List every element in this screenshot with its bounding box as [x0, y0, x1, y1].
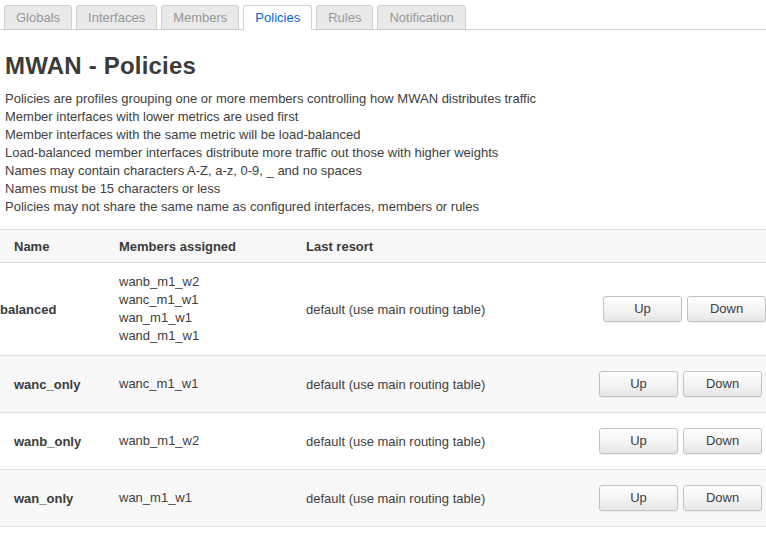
- member-entry: wan_m1_w1: [119, 489, 306, 507]
- member-entry: wand_m1_w1: [119, 327, 306, 345]
- tab-policies[interactable]: Policies: [243, 5, 312, 30]
- policy-members: wan_m1_w1: [119, 470, 306, 527]
- up-button[interactable]: Up: [599, 428, 678, 454]
- page-description: Policies are profiles grouping one or mo…: [5, 90, 766, 216]
- column-header-last-resort: Last resort: [306, 230, 584, 263]
- policy-last-resort: default (use main routing table): [306, 470, 584, 527]
- policy-name: wan_only: [0, 470, 119, 527]
- table-row-wanc-only: wanc_only wanc_m1_w1 default (use main r…: [0, 356, 766, 413]
- policy-name: wanc_only: [0, 356, 119, 413]
- table-header-row: Name Members assigned Last resort: [0, 230, 766, 263]
- column-header-members: Members assigned: [119, 230, 306, 263]
- tab-interfaces[interactable]: Interfaces: [76, 5, 157, 30]
- page-title: MWAN - Policies: [5, 52, 766, 80]
- tab-rules[interactable]: Rules: [316, 5, 373, 30]
- tab-members[interactable]: Members: [161, 5, 239, 30]
- policy-members: wanb_m1_w2: [119, 413, 306, 470]
- description-line: Load-balanced member interfaces distribu…: [5, 144, 766, 162]
- policy-members: wand_m1_w1: [119, 527, 306, 533]
- up-button[interactable]: Up: [599, 371, 678, 397]
- policy-last-resort: default (use main routing table): [306, 356, 584, 413]
- column-header-name: Name: [0, 230, 119, 263]
- down-button[interactable]: Down: [683, 371, 762, 397]
- policy-members: wanb_m1_w2 wanc_m1_w1 wan_m1_w1 wand_m1_…: [119, 263, 306, 356]
- member-entry: wanb_m1_w2: [119, 273, 306, 291]
- policy-last-resort: default (use main routing table): [306, 413, 584, 470]
- up-button[interactable]: Up: [599, 485, 678, 511]
- table-row-wand-only: wand_only wand_m1_w1 default (use main r…: [0, 527, 766, 533]
- tab-bar: Globals Interfaces Members Policies Rule…: [0, 0, 766, 30]
- down-button[interactable]: Down: [687, 296, 766, 322]
- member-entry: wanc_m1_w1: [119, 291, 306, 309]
- description-line: Names may contain characters A-Z, a-z, 0…: [5, 162, 766, 180]
- description-line: Policies may not share the same name as …: [5, 198, 766, 216]
- description-line: Member interfaces with the same metric w…: [5, 126, 766, 144]
- policy-members: wanc_m1_w1: [119, 356, 306, 413]
- member-entry: wanb_m1_w2: [119, 432, 306, 450]
- policy-name: wand_only: [0, 527, 119, 533]
- down-button[interactable]: Down: [683, 428, 762, 454]
- policy-last-resort: default (use main routing table): [306, 263, 584, 356]
- tab-notification[interactable]: Notification: [377, 5, 465, 30]
- description-line: Names must be 15 characters or less: [5, 180, 766, 198]
- policies-table: Name Members assigned Last resort balanc…: [0, 229, 766, 533]
- member-entry: wan_m1_w1: [119, 309, 306, 327]
- description-line: Member interfaces with lower metrics are…: [5, 108, 766, 126]
- policy-last-resort: default (use main routing table): [306, 527, 584, 533]
- column-header-actions: [584, 230, 766, 263]
- description-line: Policies are profiles grouping one or mo…: [5, 90, 766, 108]
- down-button[interactable]: Down: [683, 485, 762, 511]
- table-row-wan-only: wan_only wan_m1_w1 default (use main rou…: [0, 470, 766, 527]
- policy-name: wanb_only: [0, 413, 119, 470]
- policy-name: balanced: [0, 263, 119, 356]
- member-entry: wanc_m1_w1: [119, 375, 306, 393]
- table-row-balanced: balanced wanb_m1_w2 wanc_m1_w1 wan_m1_w1…: [0, 263, 766, 356]
- table-row-wanb-only: wanb_only wanb_m1_w2 default (use main r…: [0, 413, 766, 470]
- up-button[interactable]: Up: [603, 296, 682, 322]
- tab-globals[interactable]: Globals: [4, 5, 72, 30]
